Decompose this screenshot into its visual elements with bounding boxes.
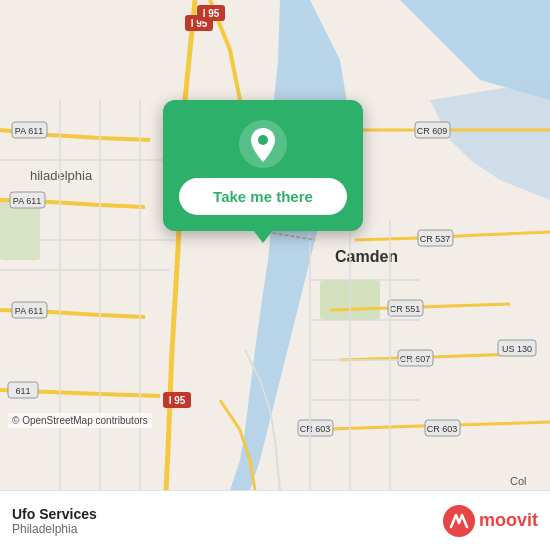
svg-text:PA 611: PA 611 (15, 306, 43, 316)
svg-text:Col: Col (510, 475, 527, 487)
location-city: Philadelphia (12, 522, 97, 536)
svg-text:US 130: US 130 (502, 344, 532, 354)
location-info: Ufo Services Philadelphia (12, 506, 97, 536)
svg-text:CR 537: CR 537 (420, 234, 451, 244)
location-pin-icon (239, 120, 287, 168)
moovit-icon (443, 505, 475, 537)
svg-text:PA 611: PA 611 (13, 196, 41, 206)
svg-rect-5 (0, 200, 40, 260)
svg-text:CR 603: CR 603 (427, 424, 458, 434)
svg-text:PA 611: PA 611 (15, 126, 43, 136)
bottom-bar: Ufo Services Philadelphia moovit (0, 490, 550, 550)
svg-text:611: 611 (15, 386, 30, 396)
svg-point-53 (258, 135, 268, 145)
take-me-there-button[interactable]: Take me there (179, 178, 347, 215)
svg-text:CR 607: CR 607 (400, 354, 431, 364)
svg-text:I 95: I 95 (203, 8, 220, 19)
svg-text:I 95: I 95 (169, 395, 186, 406)
popup-card: Take me there (163, 100, 363, 231)
moovit-logo[interactable]: moovit (443, 505, 538, 537)
svg-text:CR 603: CR 603 (300, 424, 331, 434)
svg-text:CR 551: CR 551 (390, 304, 421, 314)
copyright-text: © OpenStreetMap contributors (8, 413, 152, 428)
moovit-text: moovit (479, 510, 538, 531)
location-name: Ufo Services (12, 506, 97, 522)
svg-text:CR 609: CR 609 (417, 126, 448, 136)
map-container: I 95 PA 611 PA 611 PA 611 611 I 95 I 95 … (0, 0, 550, 490)
svg-text:hiladelphia: hiladelphia (30, 168, 93, 183)
svg-text:Camden: Camden (335, 248, 398, 265)
